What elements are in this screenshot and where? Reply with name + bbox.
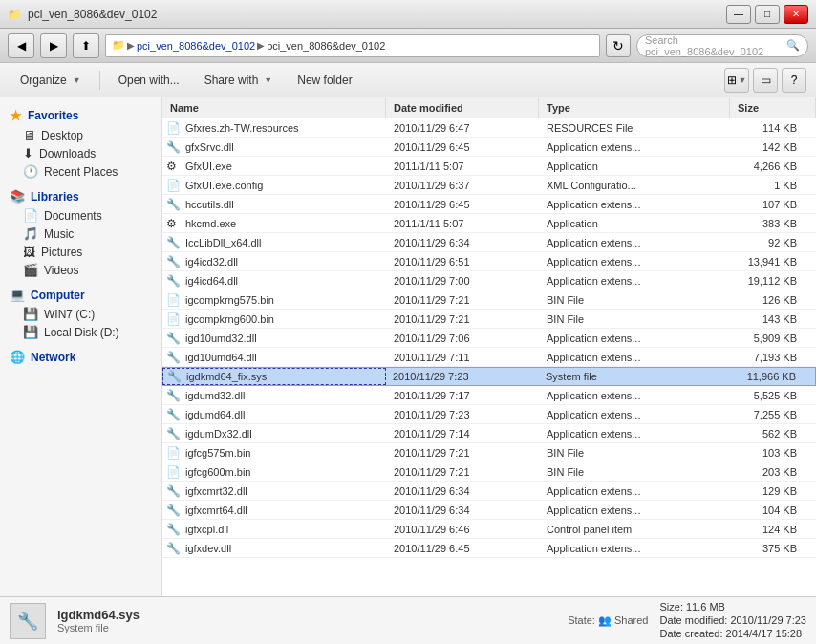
file-name-cell: 🔧 igfxdev.dll bbox=[162, 541, 386, 556]
table-row[interactable]: 🔧 igd10umd32.dll 2010/11/29 7:06 Applica… bbox=[162, 329, 816, 348]
organize-label: Organize bbox=[20, 74, 67, 87]
col-size[interactable]: Size bbox=[730, 97, 816, 118]
sidebar-item-desktop[interactable]: 🖥 Desktop bbox=[0, 126, 161, 144]
computer-header[interactable]: 💻 Computer bbox=[0, 285, 161, 305]
file-name: GfxUI.exe bbox=[185, 161, 232, 172]
recent-places-icon: 🕐 bbox=[23, 164, 38, 179]
table-row[interactable]: 🔧 igdumd32.dll 2010/11/29 7:17 Applicati… bbox=[162, 386, 816, 405]
table-row[interactable]: 🔧 igdumd64.dll 2010/11/29 7:23 Applicati… bbox=[162, 405, 816, 424]
file-icon: 🔧 bbox=[166, 198, 182, 211]
file-size: 562 KB bbox=[730, 427, 816, 440]
network-header[interactable]: 🌐 Network bbox=[0, 347, 161, 367]
table-row[interactable]: ⚙ GfxUI.exe 2011/1/11 5:07 Application 4… bbox=[162, 157, 816, 176]
table-row[interactable]: 🔧 igfxcmrt64.dll 2010/11/29 6:34 Applica… bbox=[162, 501, 816, 520]
table-row[interactable]: 📄 Gfxres.zh-TW.resources 2010/11/29 6:47… bbox=[162, 118, 816, 138]
file-name: igfcg575m.bin bbox=[185, 447, 251, 459]
libraries-header[interactable]: 📚 Libraries bbox=[0, 186, 161, 206]
table-row[interactable]: 📄 igfcg600m.bin 2010/11/29 7:21 BIN File… bbox=[162, 462, 816, 482]
status-share-icon: 👥 bbox=[598, 614, 614, 626]
title-bar-controls: — □ ✕ bbox=[726, 5, 808, 24]
sidebar-item-localdisk-d[interactable]: 💾 Local Disk (D:) bbox=[0, 323, 161, 341]
up-button[interactable]: ⬆ bbox=[73, 33, 99, 58]
file-date: 2010/11/29 6:47 bbox=[386, 121, 539, 135]
file-icon: 🔧 bbox=[166, 484, 182, 498]
file-size: 5,525 KB bbox=[730, 389, 816, 402]
sidebar-item-music[interactable]: 🎵 Music bbox=[0, 225, 161, 243]
table-row[interactable]: ⚙ hkcmd.exe 2011/1/11 5:07 Application 3… bbox=[162, 214, 816, 233]
file-type: Application extens... bbox=[539, 427, 730, 440]
table-row[interactable]: 🔧 ig4icd32.dll 2010/11/29 6:51 Applicati… bbox=[162, 252, 816, 271]
sidebar-item-documents[interactable]: 📄 Documents bbox=[0, 206, 161, 225]
sidebar-item-videos[interactable]: 🎬 Videos bbox=[0, 261, 161, 279]
file-icon: 📄 bbox=[166, 121, 182, 135]
address-field[interactable]: 📁 ▶ pci_ven_8086&dev_0102 ▶ pci_ven_8086… bbox=[105, 34, 600, 57]
computer-icon: 💻 bbox=[10, 288, 25, 302]
status-size: Size: 11.6 MB bbox=[659, 601, 806, 612]
file-icon: 🔧 bbox=[166, 389, 182, 402]
file-name-cell: 🔧 gfxSrvc.dll bbox=[162, 140, 386, 155]
table-row[interactable]: 📄 igcompkrng575.bin 2010/11/29 7:21 BIN … bbox=[162, 290, 816, 310]
sidebar-item-downloads[interactable]: ⬇ Downloads bbox=[0, 144, 161, 162]
table-row[interactable]: 🔧 igfxcpl.dll 2010/11/29 6:46 Control pa… bbox=[162, 520, 816, 539]
refresh-button[interactable]: ↻ bbox=[606, 34, 631, 57]
pictures-label: Pictures bbox=[41, 246, 82, 259]
back-button[interactable]: ◀ bbox=[8, 33, 34, 58]
favorites-header[interactable]: ★ Favorites bbox=[0, 105, 161, 126]
maximize-button[interactable]: □ bbox=[755, 5, 780, 24]
forward-button[interactable]: ▶ bbox=[40, 33, 67, 58]
status-thumbnail: 🔧 bbox=[10, 603, 46, 639]
localdisk-d-icon: 💾 bbox=[23, 325, 38, 339]
file-icon: 📄 bbox=[166, 446, 182, 460]
table-row[interactable]: 🔧 igdumDx32.dll 2010/11/29 7:14 Applicat… bbox=[162, 424, 816, 443]
help-button[interactable]: ? bbox=[782, 68, 806, 93]
table-row[interactable]: 🔧 igfxcmrt32.dll 2010/11/29 6:34 Applica… bbox=[162, 482, 816, 501]
file-icon: 🔧 bbox=[166, 504, 182, 517]
view-options-button[interactable]: ⊞ ▼ bbox=[724, 68, 749, 93]
preview-pane-button[interactable]: ▭ bbox=[753, 68, 778, 93]
share-with-label: Share with bbox=[204, 74, 259, 87]
col-name[interactable]: Name bbox=[162, 97, 386, 118]
table-row[interactable]: 📄 igcompkrng600.bin 2010/11/29 7:21 BIN … bbox=[162, 310, 816, 329]
documents-icon: 📄 bbox=[23, 208, 38, 223]
search-box[interactable]: Search pci_ven_8086&dev_0102 🔍 bbox=[636, 34, 808, 57]
close-button[interactable]: ✕ bbox=[784, 5, 808, 24]
minimize-button[interactable]: — bbox=[726, 5, 751, 24]
file-type: BIN File bbox=[539, 312, 730, 326]
table-row[interactable]: 📄 igfcg575m.bin 2010/11/29 7:21 BIN File… bbox=[162, 443, 816, 462]
sidebar-item-pictures[interactable]: 🖼 Pictures bbox=[0, 243, 161, 261]
title-bar-title: pci_ven_8086&dev_0102 bbox=[28, 8, 157, 21]
organize-button[interactable]: Organize ▼ bbox=[10, 67, 92, 94]
new-folder-button[interactable]: New folder bbox=[287, 67, 362, 94]
file-name: igdkmd64_fix.sys bbox=[186, 371, 267, 382]
favorites-label: Favorites bbox=[28, 109, 78, 122]
share-with-button[interactable]: Share with ▼ bbox=[194, 67, 284, 94]
table-row[interactable]: 🔧 gfxSrvc.dll 2010/11/29 6:45 Applicatio… bbox=[162, 138, 816, 157]
search-icon: 🔍 bbox=[786, 39, 800, 52]
star-icon: ★ bbox=[10, 108, 22, 123]
col-date-modified[interactable]: Date modified bbox=[386, 97, 539, 118]
file-list[interactable]: 📄 Gfxres.zh-TW.resources 2010/11/29 6:47… bbox=[162, 118, 816, 596]
sidebar-item-recent-places[interactable]: 🕐 Recent Places bbox=[0, 162, 161, 181]
table-row[interactable]: 🔧 hccutils.dll 2010/11/29 6:45 Applicati… bbox=[162, 195, 816, 214]
file-size: 11,966 KB bbox=[729, 370, 815, 383]
file-icon: ⚙ bbox=[166, 160, 182, 173]
win7c-icon: 💾 bbox=[23, 307, 38, 321]
table-row[interactable]: 📄 GfxUI.exe.config 2010/11/29 6:37 XML C… bbox=[162, 176, 816, 195]
table-row[interactable]: 🔧 ig4icd64.dll 2010/11/29 7:00 Applicati… bbox=[162, 271, 816, 290]
table-row[interactable]: 🔧 igdkmd64_fix.sys 2010/11/29 7:23 Syste… bbox=[162, 367, 816, 386]
file-size: 4,266 KB bbox=[730, 160, 816, 173]
status-bar: 🔧 igdkmd64.sys System file State: 👥 Shar… bbox=[0, 596, 816, 644]
status-info: igdkmd64.sys System file bbox=[57, 608, 556, 633]
open-with-button[interactable]: Open with... bbox=[108, 67, 190, 94]
file-date: 2011/1/11 5:07 bbox=[386, 217, 539, 230]
col-type[interactable]: Type bbox=[539, 97, 730, 118]
file-icon: 🔧 bbox=[166, 542, 182, 555]
table-row[interactable]: 🔧 igfxdev.dll 2010/11/29 6:45 Applicatio… bbox=[162, 539, 816, 558]
network-label: Network bbox=[31, 351, 75, 364]
file-name-cell: 🔧 igd10umd32.dll bbox=[162, 331, 386, 346]
file-type: RESOURCES File bbox=[539, 121, 730, 135]
table-row[interactable]: 🔧 IccLibDll_x64.dll 2010/11/29 6:34 Appl… bbox=[162, 233, 816, 252]
table-row[interactable]: 🔧 igd10umd64.dll 2010/11/29 7:11 Applica… bbox=[162, 348, 816, 367]
file-icon: 🔧 bbox=[166, 351, 182, 364]
sidebar-item-win7c[interactable]: 💾 WIN7 (C:) bbox=[0, 305, 161, 323]
